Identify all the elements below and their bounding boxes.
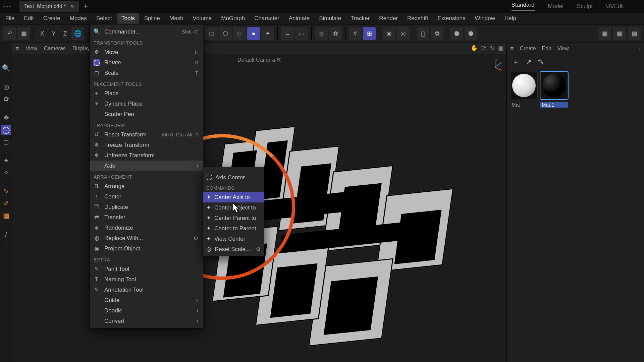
primitive-sphere-button[interactable]: ●	[247, 27, 260, 40]
sketch-tool-icon[interactable]: ✐	[1, 198, 11, 208]
gear-icon[interactable]: ⚙	[256, 246, 261, 252]
symmetry-settings-button[interactable]: ✿	[431, 27, 443, 40]
menu-item-doodle[interactable]: Doodle	[90, 305, 203, 316]
asset2-button[interactable]: ⬣	[465, 27, 477, 40]
viewport-menu-view[interactable]: View	[26, 46, 37, 52]
workplane2-button[interactable]: ◎	[397, 27, 410, 40]
window-controls[interactable]	[3, 6, 17, 7]
gear-icon[interactable]: ⚙	[194, 235, 198, 241]
menu-item-project-object[interactable]: ◉Project Object...	[90, 243, 203, 254]
menu-spline[interactable]: Spline	[140, 13, 164, 24]
eyedropper-icon[interactable]: ✎	[538, 58, 544, 66]
axis2-tool-icon[interactable]: ✧	[1, 168, 11, 178]
submenu-grip[interactable]	[206, 170, 261, 171]
rp-menu-create[interactable]: Create	[520, 46, 536, 52]
grid-snap-button[interactable]: ⊞	[363, 27, 376, 40]
snap-settings-button[interactable]: ✿	[329, 27, 342, 40]
layout-tab-uvedit[interactable]: UVEdit	[606, 3, 624, 10]
menu-render[interactable]: Render	[375, 13, 402, 24]
viewport-menu-cameras[interactable]: Cameras	[44, 46, 66, 52]
layout-tab-sculpt[interactable]: Sculpt	[577, 3, 593, 10]
undo-button[interactable]: ↶	[3, 27, 16, 40]
menu-select[interactable]: Select	[92, 13, 116, 24]
menu-item-naming-tool[interactable]: TNaming Tool	[90, 274, 203, 285]
rotate-tool-icon[interactable]: ◯	[1, 125, 11, 135]
close-icon[interactable]: ✕	[70, 3, 74, 9]
menu-item-rotate[interactable]: ◯RotateR	[90, 57, 203, 68]
material-name[interactable]: Mat.1	[540, 102, 568, 108]
settings-icon[interactable]: ✿	[1, 94, 11, 104]
rp-menu-view[interactable]: View	[557, 46, 569, 52]
new-tab-button[interactable]: +	[82, 2, 90, 11]
menu-mesh[interactable]: Mesh	[165, 13, 187, 24]
extrude-tool-icon[interactable]: ▦	[1, 210, 11, 221]
add-material-icon[interactable]: ＋	[512, 57, 520, 67]
axis-x-toggle[interactable]: X	[37, 27, 47, 40]
submenu-item-view-center[interactable]: ✦View Center	[203, 234, 264, 244]
primitive-misc-button[interactable]: ✦	[261, 27, 274, 40]
zoom-icon[interactable]: ⟳	[481, 44, 486, 52]
menu-edit[interactable]: Edit	[20, 13, 38, 24]
menu-item-freeze-transform[interactable]: ❄Freeze Transform	[90, 140, 203, 150]
misc-tool-icon[interactable]: ⋮	[1, 241, 11, 251]
menu-create[interactable]: Create	[39, 13, 64, 24]
axis-z-toggle[interactable]: Z	[60, 27, 70, 40]
snap-magnet-button[interactable]: ⊙	[315, 27, 328, 40]
submenu-item-center-object-to[interactable]: ✦Center Object to	[203, 202, 264, 213]
submenu-item-axis-center[interactable]: ⛶Axis Center...	[203, 172, 264, 183]
menu-item-dynamic-place[interactable]: ⌖Dynamic Place	[90, 99, 203, 109]
submenu-item-center-to-parent[interactable]: ✦Center to Parent	[203, 223, 264, 234]
menu-item-scatter-pen[interactable]: ∴Scatter Pen	[90, 109, 203, 119]
menu-item-randomize[interactable]: ∗Randomize	[90, 223, 203, 233]
plane-button[interactable]: ▭	[295, 27, 308, 40]
material-swatch[interactable]	[540, 72, 568, 99]
axis-tool-icon[interactable]: ✦	[1, 156, 11, 166]
chevron-right-icon[interactable]: ›	[639, 46, 641, 52]
coord-system-button[interactable]: 🌐	[71, 27, 84, 40]
menu-modes[interactable]: Modes	[66, 13, 91, 24]
brush-tool-icon[interactable]: /	[1, 229, 11, 239]
menu-simulate[interactable]: Simulate	[315, 13, 345, 24]
menu-item-unfreeze-transform[interactable]: ❄Unfreeze Transform	[90, 150, 203, 161]
menu-item-transfer[interactable]: ⇄Transfer	[90, 212, 203, 223]
link-material-icon[interactable]: ↗	[526, 58, 532, 66]
render-region-button[interactable]: ▦	[598, 27, 611, 40]
camera-link-icon[interactable]: ⇱	[277, 57, 281, 63]
menu-item-annotation-tool[interactable]: ✎Annotation Tool	[90, 285, 203, 295]
menu-help[interactable]: Help	[500, 13, 520, 24]
material-swatch[interactable]	[510, 72, 538, 99]
layout-tab-model[interactable]: Model	[548, 3, 564, 10]
symmetry-button[interactable]: ⦋⦌	[417, 27, 429, 40]
grid-button[interactable]: #	[349, 27, 362, 40]
menu-item-replace-with[interactable]: ◍Replace With...⚙	[90, 233, 203, 243]
layout-button[interactable]: ▦	[17, 27, 30, 40]
primitive-cube-button[interactable]: ◻	[205, 27, 218, 40]
menu-tracker[interactable]: Tracker	[346, 13, 374, 24]
menu-item-reset-transform[interactable]: ↺Reset TransformAlt+0, Ctrl+Alt+0	[90, 129, 203, 140]
axis-indicator[interactable]: Y Z X	[488, 58, 502, 72]
workplane-button[interactable]: ◉	[383, 27, 395, 40]
submenu-item-center-axis-to[interactable]: ✦Center Axis to	[203, 192, 264, 202]
scale-tool-icon[interactable]: ◻	[1, 137, 11, 147]
menu-item-scale[interactable]: ◻ScaleT	[90, 68, 203, 78]
camera-label[interactable]: Default Camera ⇱	[237, 57, 281, 63]
rp-menu-edit[interactable]: Edit	[542, 46, 551, 52]
orbit-icon[interactable]: ↻	[490, 44, 495, 52]
menu-item-paint-tool[interactable]: ✎Paint Tool	[90, 264, 203, 274]
search-tool-icon[interactable]: 🔍	[1, 63, 11, 73]
menu-tools[interactable]: Tools	[117, 13, 139, 24]
menu-item-duplicate[interactable]: ⿻Duplicate	[90, 202, 203, 212]
menu-item-arrange[interactable]: ⇅Arrange	[90, 181, 203, 191]
menu-item-move[interactable]: ✥MoveE	[90, 47, 203, 57]
viewport-menu-display[interactable]: Display	[72, 46, 90, 52]
submenu-item-center-parent-to[interactable]: ✦Center Parent to	[203, 213, 264, 223]
menu-character[interactable]: Character	[250, 13, 283, 24]
frame-icon[interactable]: ▣	[498, 44, 504, 52]
live-select-icon[interactable]: ◎	[1, 82, 11, 92]
menu-item-center[interactable]: ⫶Center	[90, 191, 203, 202]
pan-icon[interactable]: ✋	[471, 44, 478, 52]
document-tab[interactable]: Text_Morph.c4d * ✕	[19, 1, 79, 12]
render-view-button[interactable]: ▦	[613, 27, 626, 40]
spline-tool-icon[interactable]: ✎	[1, 186, 11, 196]
move-tool-icon[interactable]: ✥	[1, 113, 11, 123]
